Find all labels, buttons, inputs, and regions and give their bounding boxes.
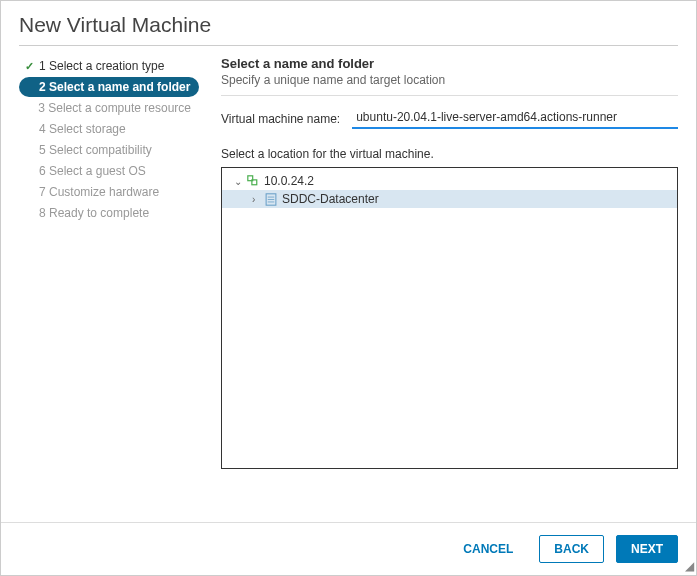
cancel-button[interactable]: CANCEL (449, 536, 527, 562)
checkmark-icon: ✓ (25, 60, 37, 73)
step-7-customize-hardware: 7 Customize hardware (19, 182, 199, 202)
vm-name-label: Virtual machine name: (221, 112, 352, 126)
tree-child-datacenter[interactable]: › SDDC-Datacenter (222, 190, 677, 208)
panel-subheading: Specify a unique name and target locatio… (221, 71, 678, 96)
step-label: 2 Select a name and folder (37, 80, 190, 94)
chevron-down-icon[interactable]: ⌄ (234, 176, 246, 187)
step-label: 3 Select a compute resource (36, 101, 191, 115)
step-label: 5 Select compatibility (37, 143, 152, 157)
vm-name-input[interactable] (352, 108, 678, 129)
step-1-creation-type[interactable]: ✓ 1 Select a creation type (19, 56, 199, 76)
step-label: 4 Select storage (37, 122, 126, 136)
step-2-name-folder[interactable]: 2 Select a name and folder (19, 77, 199, 97)
step-label: 7 Customize hardware (37, 185, 159, 199)
tree-child-label: SDDC-Datacenter (282, 192, 379, 206)
step-label: 1 Select a creation type (37, 59, 164, 73)
step-label: 8 Ready to complete (37, 206, 149, 220)
back-button[interactable]: BACK (539, 535, 604, 563)
tree-root-label: 10.0.24.2 (264, 174, 314, 188)
chevron-right-icon[interactable]: › (252, 194, 264, 205)
location-label: Select a location for the virtual machin… (221, 147, 678, 161)
location-tree[interactable]: ⌄ 10.0.24.2 › SDDC-Datacenter (221, 167, 678, 469)
dialog-title: New Virtual Machine (19, 13, 678, 46)
step-4-storage: 4 Select storage (19, 119, 199, 139)
tree-root-host[interactable]: ⌄ 10.0.24.2 (222, 172, 677, 190)
panel-heading: Select a name and folder (221, 56, 678, 71)
dialog-footer: CANCEL BACK NEXT (1, 522, 696, 575)
step-5-compatibility: 5 Select compatibility (19, 140, 199, 160)
step-8-ready-complete: 8 Ready to complete (19, 203, 199, 223)
step-3-compute-resource: 3 Select a compute resource (19, 98, 199, 118)
datacenter-icon (264, 192, 278, 206)
step-label: 6 Select a guest OS (37, 164, 146, 178)
step-6-guest-os: 6 Select a guest OS (19, 161, 199, 181)
wizard-steps: ✓ 1 Select a creation type 2 Select a na… (19, 56, 199, 469)
next-button[interactable]: NEXT (616, 535, 678, 563)
host-icon (246, 174, 260, 188)
